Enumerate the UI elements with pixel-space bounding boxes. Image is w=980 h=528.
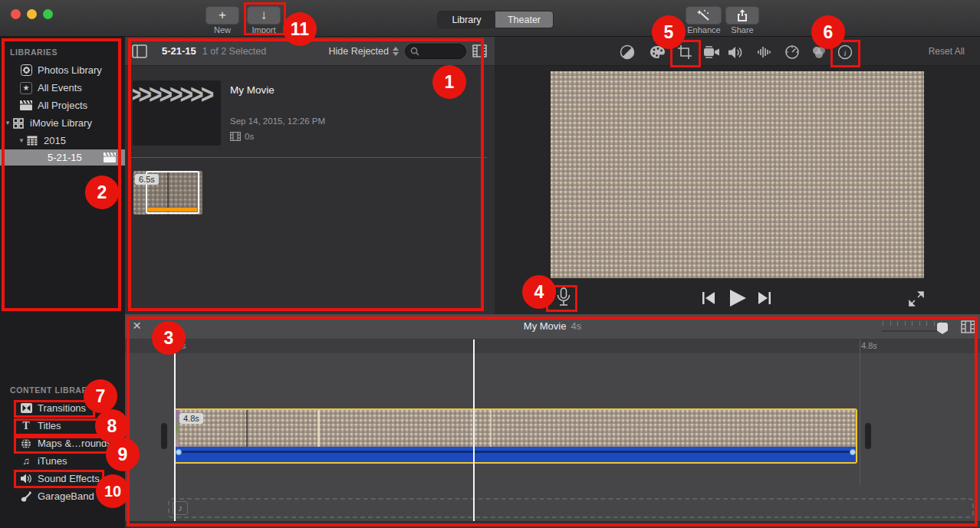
audio-level-handle[interactable] (850, 449, 856, 455)
annotation-circle-6: 6 (811, 15, 845, 49)
reset-all-button[interactable]: Reset All (929, 46, 965, 57)
star-icon: ★ (20, 82, 32, 94)
sidebar-item-label: iTunes (38, 455, 67, 467)
sidebar-item-label: GarageBand (38, 490, 94, 502)
timeline-ruler[interactable]: 0s 4.8s (125, 339, 980, 353)
sidebar-item-imovie-library[interactable]: ▼ iMovie Library (0, 114, 125, 132)
previous-frame-button[interactable] (702, 292, 715, 304)
project-duration: 0s (245, 132, 254, 141)
voiceover-mic-button[interactable] (556, 287, 571, 310)
auto-enhance-icon[interactable] (617, 42, 637, 62)
timeline-title-row: My Movie4s (125, 320, 980, 332)
timeline-bottom-strip (125, 521, 980, 528)
search-icon (410, 47, 419, 56)
grid-icon (12, 117, 25, 130)
import-button-label: Import (241, 25, 287, 34)
right-trim-handle[interactable] (865, 423, 871, 449)
sidebar-item-5-21-15-selected[interactable]: 5-21-15 (0, 149, 125, 166)
project-chevrons-pattern: >>>>>>>> (133, 80, 211, 110)
enhance-button[interactable] (686, 6, 722, 25)
microphone-icon (556, 287, 571, 310)
sidebar-item-label: Sound Effects (38, 473, 100, 484)
timeline-clip-filmstrip (176, 410, 856, 447)
favorite-stripe (148, 208, 197, 212)
share-button[interactable] (725, 6, 759, 25)
disclosure-triangle[interactable]: ▼ (17, 137, 26, 144)
minimize-window-button[interactable] (27, 9, 37, 19)
timeline-clip-duration-badge: 4.8s (179, 413, 203, 424)
close-window-button[interactable] (11, 9, 21, 19)
divider (131, 157, 487, 158)
calendar-icon (26, 135, 38, 147)
speaker-icon (20, 473, 32, 485)
sidebar-item-label: Photos Library (38, 64, 102, 76)
stabilization-icon[interactable] (702, 42, 722, 62)
speed-icon[interactable] (782, 42, 802, 62)
filter-dropdown[interactable]: Hide Rejected (328, 46, 389, 57)
clip-appearance-icon[interactable] (472, 44, 487, 57)
disclosure-triangle[interactable]: ▼ (3, 120, 12, 126)
noise-reduction-icon[interactable] (755, 42, 774, 62)
next-frame-button[interactable] (758, 292, 771, 304)
timeline-project-title: My Movie (524, 320, 567, 332)
event-clip-thumbnail[interactable]: 6.5s (133, 171, 202, 215)
project-date: Sep 14, 2015, 12:26 PM (230, 116, 325, 126)
clip-duration-badge: 6.5s (135, 174, 159, 185)
search-input[interactable] (405, 44, 466, 59)
library-theater-segmented-control: Library Theater (437, 11, 554, 28)
zoom-window-button[interactable] (43, 9, 53, 19)
timeline: × My Movie4s 0s 4.8s (125, 314, 980, 528)
import-button[interactable]: ↓ (247, 6, 281, 25)
sidebar-item-2015[interactable]: ▼ 2015 (0, 132, 125, 149)
play-button[interactable] (728, 290, 747, 307)
annotation-circle-1: 1 (432, 65, 466, 99)
filter-stepper-icon[interactable] (393, 47, 399, 56)
tab-library[interactable]: Library (438, 11, 495, 28)
zoom-slider-ticks (883, 321, 942, 326)
transitions-icon (20, 402, 32, 415)
sidebar-item-label: All Events (38, 82, 82, 93)
audio-level-handle[interactable] (176, 449, 182, 455)
sidebar-item-all-projects[interactable]: All Projects (0, 97, 125, 114)
clapboard-icon (20, 100, 32, 112)
background-music-well[interactable]: ♪ (168, 498, 974, 518)
clapboard-icon (104, 152, 116, 162)
svg-text:i: i (844, 48, 846, 57)
clip-size-icon[interactable] (961, 320, 975, 333)
sidebar-item-all-events[interactable]: ★ All Events (0, 79, 125, 97)
libraries-heading: LIBRARIES (0, 37, 125, 61)
annotation-circle-3: 3 (152, 321, 186, 355)
share-button-label: Share (719, 25, 765, 34)
volume-icon[interactable] (726, 42, 746, 62)
sidebar-item-photos-library[interactable]: Photos Library (0, 61, 125, 79)
globe-icon (20, 438, 32, 450)
music-note-icon: ♫ (20, 455, 32, 467)
skimmer-playhead[interactable] (174, 339, 176, 521)
tab-theater[interactable]: Theater (495, 11, 553, 28)
new-button[interactable]: + (206, 6, 239, 25)
zoom-slider-thumb[interactable] (937, 323, 948, 334)
guitar-icon (20, 490, 32, 503)
fullscreen-icon[interactable] (909, 291, 924, 307)
sidebar-toggle-icon[interactable] (132, 44, 147, 58)
magic-wand-icon (697, 9, 711, 21)
sidebar-item-label: 2015 (44, 135, 66, 146)
left-trim-handle[interactable] (161, 423, 167, 449)
annotation-circle-10: 10 (96, 474, 130, 508)
project-thumbnail[interactable]: >>>>>>>> (133, 80, 221, 146)
plus-icon: + (219, 8, 226, 23)
timeline-clip-audio[interactable] (176, 447, 856, 462)
down-arrow-icon: ↓ (261, 8, 268, 23)
sidebar-item-label: All Projects (38, 100, 87, 111)
timeline-header: × My Movie4s (125, 314, 980, 339)
filmstrip-icon (230, 132, 241, 141)
movie-end-marker (860, 339, 860, 485)
annotation-circle-5: 5 (652, 15, 686, 49)
timeline-clip[interactable]: 4.8s (174, 408, 857, 464)
imovie-window: + New ↓ Import Library Theater Enhance S… (0, 0, 980, 528)
browser-event-title: 5-21-15 (162, 45, 196, 57)
sidebar-item-label: 5-21-15 (48, 152, 82, 163)
viewer-preview-image (551, 71, 924, 278)
playhead[interactable] (473, 339, 475, 521)
viewer-controls (495, 286, 980, 314)
